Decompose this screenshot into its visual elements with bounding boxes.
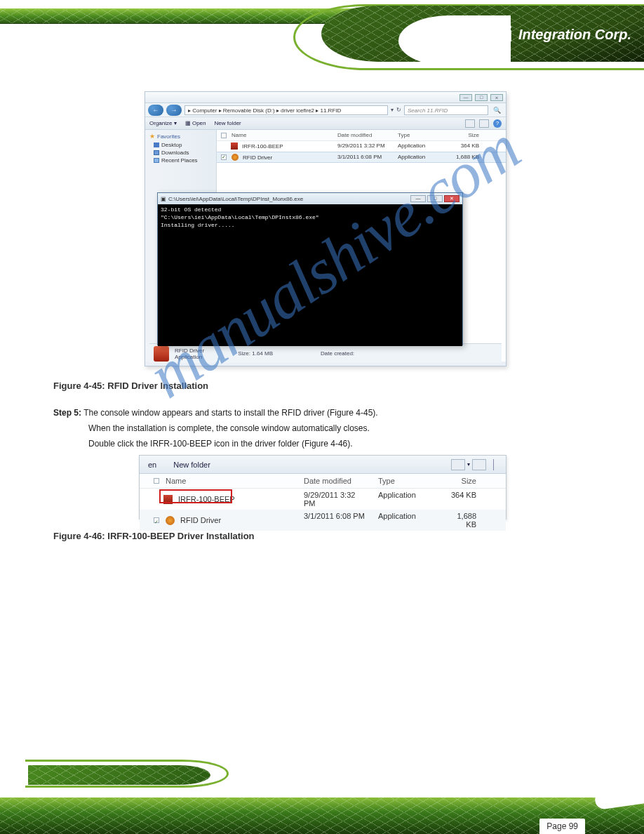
column-header-row: Name Date modified Type Size [217,130,506,141]
search-input[interactable]: Search 11.RFID [404,105,488,115]
installer-icon [231,143,238,150]
view-mode-button[interactable] [465,119,475,128]
favorites-heading: ★Favorites [149,133,212,140]
column-date[interactable]: Date modified [333,130,394,140]
step-text: Double click the IRFR-100-BEEP icon in t… [88,437,579,451]
divider [493,459,497,470]
page-number: Page 99 [539,819,585,834]
help-icon[interactable]: ? [493,119,502,128]
downloads-icon [154,150,159,155]
top-banner: iEi Integration Corp. [0,0,644,76]
step-text: Step 5: The console window appears and s… [53,406,378,420]
file-row[interactable]: IRFR-100-BEEP 9/29/2011 3:32 PM Applicat… [217,141,506,152]
new-folder-button[interactable]: New folder [173,461,210,469]
console-window: ▣ C:\Users\iei\AppData\Local\Temp\DPInst… [157,192,463,345]
breadcrumb[interactable]: ▸ Computer ▸ Removable Disk (D:) ▸ drive… [185,105,388,115]
search-icon[interactable]: 🔍 [491,107,503,114]
green-bottom-bar: Page 99 [0,797,644,834]
select-all-checkbox[interactable] [154,478,159,484]
new-folder-button[interactable]: New folder [215,120,241,126]
view-mode-button[interactable]: ▾ [451,459,465,470]
row-checkbox[interactable] [154,517,159,523]
driver-icon [232,154,239,161]
sidebar-item-desktop[interactable]: Desktop [151,141,212,149]
console-body: 32-bit OS detected "C:\Users\iei\AppData… [158,204,462,346]
console-line: Installing driver..... [161,221,459,229]
console-line: 32-bit OS detected [161,206,459,213]
organize-button[interactable]: Organize ▾ [149,120,177,126]
explorer-window-detail: en New folder ▾ Name Date modified Type … [139,455,507,519]
sidebar-item-recent[interactable]: Recent Places [151,157,212,164]
detail-column-header: Name Date modified Type Size [140,474,506,489]
status-file-icon [154,346,169,362]
top-wave: iEi Integration Corp. [279,6,644,69]
console-min-button[interactable]: — [410,195,426,202]
window-max-button[interactable]: □ [475,94,488,101]
column-size[interactable]: Size [447,130,483,140]
column-type[interactable]: Type [373,474,443,488]
column-name[interactable]: Name [232,132,246,138]
column-type[interactable]: Type [394,130,447,140]
console-line: "C:\Users\iei\AppData\Local\Temp\DPInstx… [161,213,459,221]
driver-icon [166,516,175,525]
open-button[interactable]: ▦ Open [185,120,206,126]
column-name[interactable]: Name [166,477,186,485]
window-close-button[interactable]: ⨉ [490,94,503,101]
console-close-button[interactable]: ✕ [444,195,459,202]
sidebar-item-downloads[interactable]: Downloads [151,149,212,157]
column-size[interactable]: Size [443,474,486,488]
file-row[interactable]: RFID Driver 3/1/2011 6:08 PM Application… [217,152,506,163]
console-icon: ▣ [161,196,166,202]
star-icon: ★ [149,133,155,140]
preview-pane-button[interactable] [479,119,489,128]
console-max-button[interactable]: □ [427,195,443,202]
console-title: C:\Users\iei\AppData\Local\Temp\DPInst_M… [168,196,303,202]
step-text: When the installation is complete, the c… [88,421,370,435]
column-date[interactable]: Date modified [298,474,373,488]
select-all-checkbox[interactable] [221,133,227,138]
back-button[interactable]: ← [148,105,163,116]
figure-caption: Figure 4-45: RFID Driver Installation [53,380,208,391]
logo-text: Integration Corp. [518,27,631,43]
desktop-icon [154,143,159,147]
window-min-button[interactable]: — [459,94,472,101]
window-titlebar: — □ ⨉ [145,92,506,103]
console-titlebar[interactable]: ▣ C:\Users\iei\AppData\Local\Temp\DPInst… [158,193,462,204]
preview-pane-button[interactable] [472,459,486,470]
bottom-wave [28,757,224,785]
status-bar: RFID Driver Application Size: 1.64 MB Da… [149,343,502,363]
explorer-nav-bar: ← → ▸ Computer ▸ Removable Disk (D:) ▸ d… [145,103,506,117]
explorer-toolbar: Organize ▾ ▦ Open New folder ? [145,117,506,130]
bottom-banner: Page 99 [0,755,644,834]
forward-button[interactable]: → [166,105,182,116]
highlight-box [159,489,232,503]
file-row[interactable]: RFID Driver 3/1/2011 6:08 PM Application… [140,510,506,531]
row-checkbox[interactable] [221,154,227,160]
figure-caption: Figure 4-46: IRFR-100-BEEP Driver Instal… [53,531,255,541]
toolbar-label: en [148,461,156,469]
detail-toolbar: en New folder ▾ [140,456,506,474]
recent-icon [154,158,159,163]
